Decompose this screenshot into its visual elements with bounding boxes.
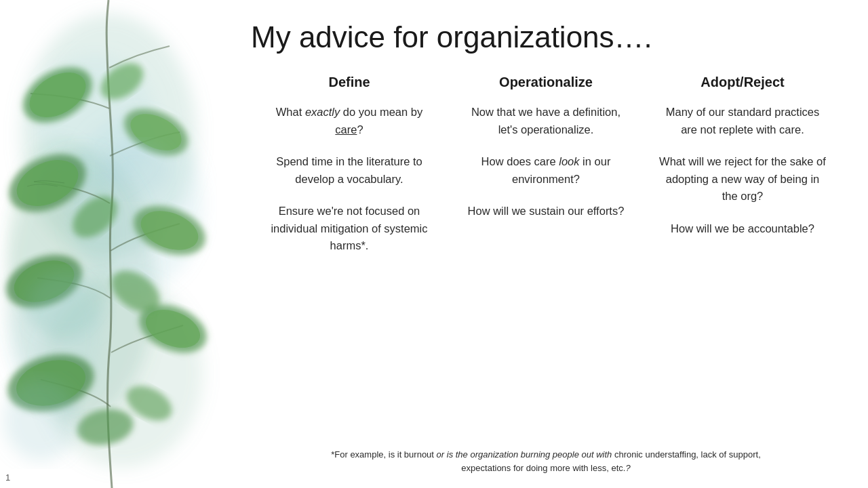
define-header: Define xyxy=(264,75,434,90)
svg-point-26 xyxy=(27,271,108,339)
adopt-reject-body: Many of our standard practices are not r… xyxy=(658,104,827,237)
svg-point-28 xyxy=(3,380,78,461)
adopt-reject-header: Adopt/Reject xyxy=(658,75,827,90)
footnote: *For example, is it burnout or is the or… xyxy=(251,441,841,474)
svg-point-27 xyxy=(102,142,170,197)
operationalize-p3: How will we sustain our efforts? xyxy=(461,203,631,220)
slide-number: 1 xyxy=(5,472,10,483)
adopt-reject-p3: How will we be accountable? xyxy=(658,220,827,238)
operationalize-column: Operationalize Now that we have a defini… xyxy=(448,75,644,441)
operationalize-body: Now that we have a definition, let's ope… xyxy=(461,104,631,220)
adopt-reject-column: Adopt/Reject Many of our standard practi… xyxy=(644,75,841,441)
operationalize-header: Operationalize xyxy=(461,75,631,90)
define-column: Define What exactly do you mean by care?… xyxy=(251,75,448,441)
footnote-line2: expectations for doing more with less, e… xyxy=(251,462,841,475)
footnote-line1: *For example, is it burnout or is the or… xyxy=(251,448,841,462)
care-underline: care xyxy=(335,123,357,136)
adopt-reject-p1: Many of our standard practices are not r… xyxy=(658,104,827,138)
define-body: What exactly do you mean by care? Spend … xyxy=(264,104,434,255)
define-p2: Spend time in the literature to develop … xyxy=(264,153,434,188)
slide-content: My advice for organizations…. Define Wha… xyxy=(224,0,868,488)
watercolor-background xyxy=(0,0,224,488)
operationalize-p1: Now that we have a definition, let's ope… xyxy=(461,104,631,138)
footnote-italic: or is the organization burning people ou… xyxy=(437,449,612,460)
slide-title: My advice for organizations…. xyxy=(251,20,841,54)
adopt-reject-p2: What will we reject for the sake of adop… xyxy=(658,153,827,205)
define-p1: What exactly do you mean by care? xyxy=(264,104,434,138)
define-p3: Ensure we're not focused on individual m… xyxy=(264,203,434,255)
look-italic: look xyxy=(559,155,579,167)
exactly-italic: exactly xyxy=(305,106,340,118)
footnote-italic2: ? xyxy=(625,463,630,473)
operationalize-p2: How does care look in our environment? xyxy=(461,153,631,188)
columns-container: Define What exactly do you mean by care?… xyxy=(251,75,841,441)
